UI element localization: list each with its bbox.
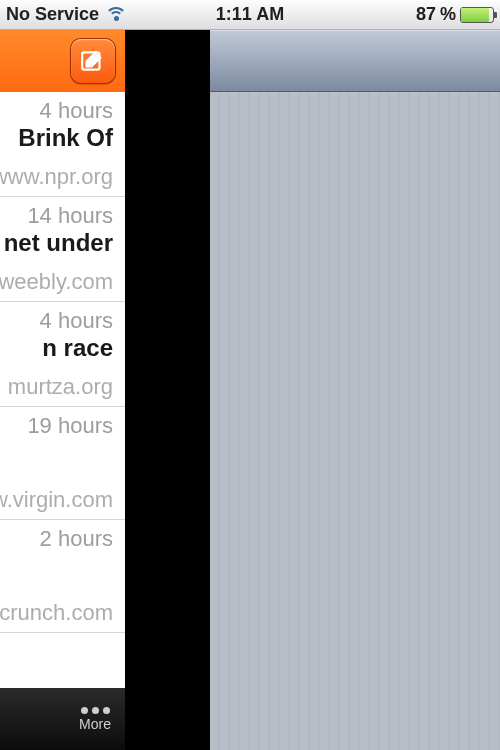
compose-icon: [80, 48, 106, 74]
stage: 4 hours Brink Of www.npr.org 14 hours ne…: [0, 30, 500, 750]
item-time: 4 hours: [0, 308, 113, 334]
tab-unknown[interactable]: [7, 701, 25, 737]
wifi-icon: [105, 7, 127, 23]
item-time: 19 hours: [0, 413, 113, 439]
item-source: w.virgin.com: [0, 487, 113, 513]
left-navbar: [0, 30, 125, 92]
battery-icon: [460, 7, 494, 23]
item-source: www.npr.org: [0, 164, 113, 190]
list-item[interactable]: 14 hours net under .weebly.com: [0, 197, 125, 302]
list-item[interactable]: 2 hours ncrunch.com: [0, 520, 125, 633]
item-title: [0, 552, 113, 588]
battery-pct: 87: [416, 4, 436, 25]
item-source: ncrunch.com: [0, 600, 113, 626]
tab-label: [14, 721, 18, 737]
item-source: murtza.org: [0, 374, 113, 400]
left-panel[interactable]: 4 hours Brink Of www.npr.org 14 hours ne…: [0, 30, 125, 750]
tab-more[interactable]: More: [79, 707, 111, 732]
item-title: [0, 439, 113, 475]
tab-bar: More: [0, 688, 125, 750]
more-icon: [81, 707, 110, 714]
clock: 1:11 AM: [216, 4, 284, 25]
list-item[interactable]: 19 hours w.virgin.com: [0, 407, 125, 520]
service-status: No Service: [6, 4, 99, 25]
item-time: 4 hours: [0, 98, 113, 124]
tab-label: More: [79, 716, 111, 732]
status-bar: No Service 1:11 AM 87%: [0, 0, 500, 30]
right-panel[interactable]: [210, 30, 500, 750]
viewport: No Service 1:11 AM 87%: [0, 0, 500, 750]
item-title: n race: [0, 334, 113, 362]
battery-pct-suffix: %: [440, 4, 456, 25]
item-time: 14 hours: [0, 203, 113, 229]
item-time: 2 hours: [0, 526, 113, 552]
item-title: net under: [0, 229, 113, 257]
article-list[interactable]: 4 hours Brink Of www.npr.org 14 hours ne…: [0, 92, 125, 688]
compose-button[interactable]: [71, 39, 115, 83]
item-title: Brink Of: [0, 124, 113, 152]
list-item[interactable]: 4 hours n race murtza.org: [0, 302, 125, 407]
list-item[interactable]: 4 hours Brink Of www.npr.org: [0, 92, 125, 197]
item-source: .weebly.com: [0, 269, 113, 295]
right-panel-body: [210, 92, 500, 750]
right-panel-navbar: [210, 30, 500, 92]
